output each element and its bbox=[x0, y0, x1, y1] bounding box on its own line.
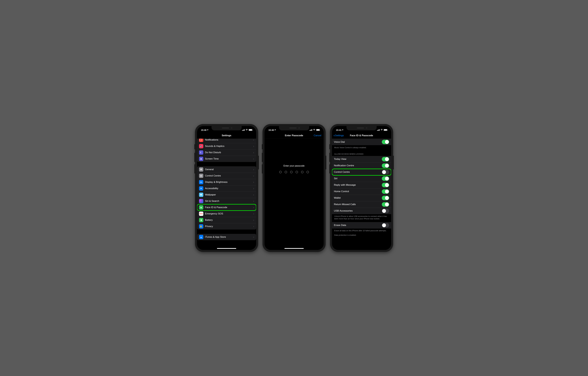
phone-settings-list: 15:40 ➤ Settings ⃞Notifications›🔊Sounds … bbox=[195, 124, 258, 252]
row-label: Sounds & Haptics bbox=[205, 145, 253, 148]
toggle-voice-dial[interactable]: Voice Dial bbox=[332, 139, 391, 145]
toggle-usb-accessories[interactable]: USB Accessories bbox=[332, 208, 391, 214]
toggle-return-missed-calls[interactable]: Return Missed Calls bbox=[332, 201, 391, 208]
switch[interactable] bbox=[382, 189, 389, 194]
notch bbox=[279, 126, 309, 130]
passcode-dot bbox=[279, 171, 282, 173]
row-label: Voice Dial bbox=[334, 141, 382, 144]
row-notifications[interactable]: ⃞Notifications› bbox=[197, 139, 256, 143]
battery-icon bbox=[249, 129, 252, 131]
settings-row-icon: ⧗ bbox=[199, 157, 203, 161]
row-sounds-haptics[interactable]: 🔊Sounds & Haptics› bbox=[197, 143, 256, 149]
switch[interactable] bbox=[382, 202, 389, 207]
row-label: Notifications bbox=[205, 139, 253, 141]
row-display-brightness[interactable]: AADisplay & Brightness› bbox=[197, 179, 256, 185]
row-siri-search[interactable]: Siri & Search› bbox=[197, 198, 256, 204]
row-itunes-appstore[interactable]: ▲iTunes & App Store› bbox=[197, 234, 256, 240]
switch[interactable] bbox=[382, 140, 389, 144]
passcode-dots[interactable] bbox=[279, 171, 309, 173]
row-label: iTunes & App Store bbox=[205, 236, 253, 238]
switch[interactable] bbox=[382, 163, 389, 168]
voice-dial-footer: Music Voice Control is always enabled. bbox=[332, 145, 391, 151]
switch[interactable] bbox=[382, 176, 389, 181]
passcode-dot bbox=[285, 171, 287, 173]
switch[interactable] bbox=[382, 223, 389, 228]
row-label: General bbox=[205, 168, 253, 171]
nav-bar: ‹ Settings Face ID & Passcode bbox=[332, 132, 391, 139]
row-screen-time[interactable]: ⧗Screen Time› bbox=[197, 156, 256, 162]
settings-list[interactable]: ⃞Notifications›🔊Sounds & Haptics›☾Do Not… bbox=[197, 139, 256, 250]
toggle-today-view[interactable]: Today View bbox=[332, 156, 391, 162]
toggle-siri[interactable]: Siri bbox=[332, 175, 391, 182]
settings-row-icon: ▲ bbox=[199, 235, 203, 239]
settings-row-icon: 🔊 bbox=[199, 144, 203, 148]
wifi-icon bbox=[246, 129, 248, 131]
switch[interactable] bbox=[382, 170, 389, 174]
row-do-not-disturb[interactable]: ☾Do Not Disturb› bbox=[197, 149, 256, 156]
row-label: Display & Brightness bbox=[205, 181, 253, 184]
passcode-dot bbox=[296, 171, 298, 173]
row-general[interactable]: ⚙General› bbox=[197, 166, 256, 173]
location-icon: ➤ bbox=[274, 129, 276, 131]
row-label: USB Accessories bbox=[334, 210, 382, 212]
row-wallpaper[interactable]: ❁Wallpaper› bbox=[197, 192, 256, 198]
row-control-centre[interactable]: ⦿Control Centre› bbox=[197, 173, 256, 179]
chevron-right-icon: › bbox=[253, 181, 254, 184]
wifi-icon bbox=[380, 129, 383, 131]
settings-row-icon bbox=[199, 199, 203, 203]
location-icon: ➤ bbox=[207, 129, 209, 131]
toggle-notification-centre[interactable]: Notification Centre bbox=[332, 162, 391, 169]
switch[interactable] bbox=[382, 196, 389, 200]
row-faceid-passcode[interactable]: ☻Face ID & Passcode› bbox=[197, 204, 256, 210]
row-privacy[interactable]: ✋Privacy› bbox=[197, 223, 256, 230]
passcode-entry: Enter your passcode bbox=[264, 139, 324, 250]
status-time: 15:41 bbox=[336, 129, 341, 131]
toggle-wallet[interactable]: Wallet bbox=[332, 195, 391, 201]
cellular-icon bbox=[310, 129, 312, 131]
row-label: Face ID & Passcode bbox=[205, 206, 253, 209]
toggle-control-centre[interactable]: Control Centre bbox=[332, 169, 391, 175]
row-label: Wallpaper bbox=[205, 193, 253, 196]
row-accessibility[interactable]: ✦Accessibility› bbox=[197, 185, 256, 192]
toggle-home-control[interactable]: Home Control bbox=[332, 188, 391, 195]
passcode-dot bbox=[301, 171, 304, 173]
row-label: Privacy bbox=[205, 225, 253, 228]
settings-row-icon: ☻ bbox=[199, 205, 203, 210]
back-button[interactable]: ‹ Settings bbox=[334, 134, 344, 137]
usb-footer: Unlock iPhone to allow USB accessories t… bbox=[332, 214, 391, 222]
row-emergency-sos[interactable]: SOSEmergency SOS› bbox=[197, 210, 256, 217]
erase-footer: Erase all data on this iPhone after 10 f… bbox=[332, 229, 391, 234]
settings-row-icon: ▮ bbox=[199, 218, 203, 222]
nav-title: Face ID & Passcode bbox=[350, 134, 373, 137]
row-label: Notification Centre bbox=[334, 164, 382, 167]
settings-row-icon: AA bbox=[199, 180, 203, 184]
chevron-right-icon: › bbox=[253, 225, 254, 228]
switch[interactable] bbox=[382, 209, 389, 213]
row-label: Accessibility bbox=[205, 187, 253, 190]
row-label: Screen Time bbox=[205, 157, 253, 160]
row-label: Today View bbox=[334, 158, 382, 161]
toggle-reply-with-message[interactable]: Reply with Message bbox=[332, 182, 391, 188]
row-label: Home Control bbox=[334, 190, 382, 193]
row-label: Do Not Disturb bbox=[205, 151, 253, 154]
switch[interactable] bbox=[382, 183, 389, 187]
settings-row-icon: ☾ bbox=[199, 150, 203, 155]
row-label: Return Missed Calls bbox=[334, 203, 382, 206]
home-indicator[interactable] bbox=[284, 248, 304, 249]
phone-enter-passcode: 15:40 ➤ Enter Passcode Cancel Enter your… bbox=[262, 124, 326, 252]
cancel-button[interactable]: Cancel bbox=[314, 134, 321, 137]
settings-row-icon: ✦ bbox=[199, 186, 203, 191]
settings-row-icon: ⚙ bbox=[199, 167, 203, 172]
chevron-right-icon: › bbox=[253, 187, 254, 190]
wifi-icon bbox=[313, 129, 315, 131]
faceid-settings-content[interactable]: Voice Dial Music Voice Control is always… bbox=[332, 139, 391, 250]
passcode-dot bbox=[306, 171, 309, 173]
toggle-erase-data[interactable]: Erase Data bbox=[332, 222, 391, 229]
row-battery[interactable]: ▮Battery› bbox=[197, 217, 256, 223]
home-indicator[interactable] bbox=[217, 248, 236, 249]
chevron-right-icon: › bbox=[253, 139, 254, 142]
row-label: Control Centre bbox=[334, 171, 382, 174]
chevron-right-icon: › bbox=[253, 193, 254, 196]
switch[interactable] bbox=[382, 157, 389, 161]
cellular-icon bbox=[242, 129, 245, 131]
